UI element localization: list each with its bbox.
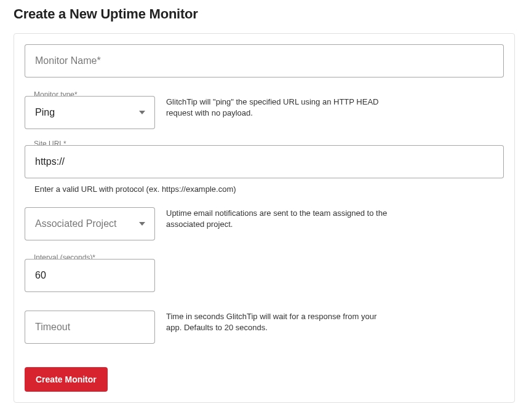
site-url-input[interactable] <box>25 146 503 178</box>
associated-project-select[interactable]: Associated Project <box>25 207 155 240</box>
site-url-field: Site URL* <box>25 145 504 178</box>
site-url-hint: Enter a valid URL with protocol (ex. htt… <box>25 184 504 194</box>
monitor-type-field: Monitor type* Ping <box>25 96 155 129</box>
create-monitor-button[interactable]: Create Monitor <box>25 367 108 392</box>
monitor-type-value: Ping <box>25 107 135 118</box>
chevron-down-icon <box>135 216 149 231</box>
monitor-name-input[interactable] <box>25 45 503 77</box>
timeout-help: Time in seconds GlitchTip will wait for … <box>166 311 388 333</box>
site-url-input-wrap[interactable] <box>25 145 504 178</box>
timeout-input-wrap[interactable]: Timeout <box>25 311 155 344</box>
chevron-down-icon <box>135 105 149 120</box>
interval-input-wrap[interactable] <box>25 259 155 292</box>
interval-field: Interval (seconds)* <box>25 259 155 292</box>
timeout-field: Timeout <box>25 311 155 344</box>
monitor-name-field: Monitor Name* <box>25 44 504 77</box>
monitor-name-input-wrap[interactable]: Monitor Name* <box>25 44 504 77</box>
associated-project-help: Uptime email notifications are sent to t… <box>166 207 388 229</box>
timeout-input[interactable] <box>25 311 154 343</box>
associated-project-label: Associated Project <box>25 218 135 229</box>
interval-input[interactable] <box>25 260 154 291</box>
form-card: Monitor Name* Monitor type* Ping GlitchT… <box>14 33 515 403</box>
page-title: Create a New Uptime Monitor <box>14 6 515 22</box>
monitor-type-help: GlitchTip will "ping" the specified URL … <box>166 96 388 118</box>
associated-project-field: Associated Project <box>25 207 155 240</box>
monitor-type-select[interactable]: Ping <box>25 96 155 129</box>
